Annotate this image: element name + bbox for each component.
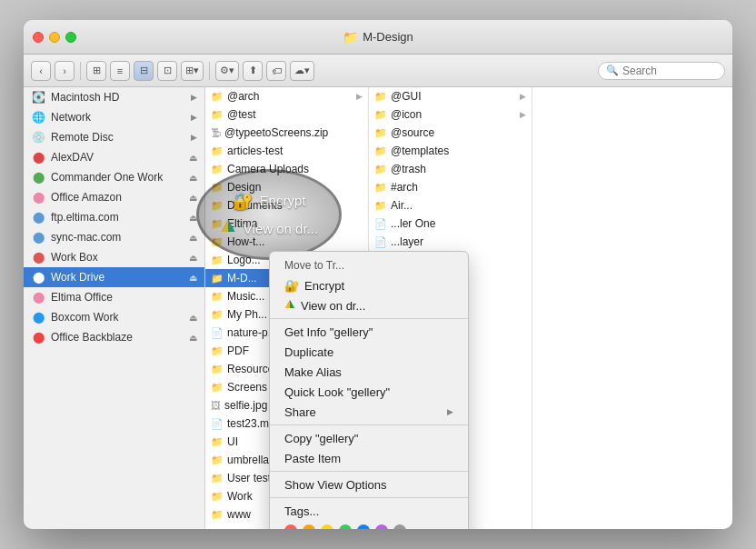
close-button[interactable] [33,32,44,43]
tag-dot-red[interactable] [284,524,297,529]
move-to-trash-label: Move to Tr... [284,259,344,272]
context-menu-overlay: 🔐 Encrypt View on dr... Move to Tr... 🔐 [24,87,732,529]
tag-dot-gray[interactable] [393,524,406,529]
title-text: M-Design [363,30,413,44]
ctx-view-on-drive[interactable]: View on dr... [270,295,468,315]
ctx-encrypt-label: Encrypt [304,279,344,293]
tag-dot-yellow[interactable] [321,524,333,529]
ctx-sep-3 [270,471,468,472]
window-title: 📁 M-Design [343,30,413,45]
action-button[interactable]: ⚙▾ [215,61,239,81]
ctx-quick-look-label: Quick Look "gellery" [284,385,390,399]
ctx-sep-2 [270,424,468,425]
svg-marker-2 [221,219,228,232]
view-gallery-button[interactable]: ⊡ [157,61,177,81]
ctx-share-label: Share [284,405,316,419]
drive-icon [220,218,236,239]
magnifier-bubble: 🔐 Encrypt View on dr... [196,169,342,260]
ctx-quick-look[interactable]: Quick Look "gellery" [270,382,468,402]
toolbar-separator-2 [209,62,210,80]
ctx-view-drive-label: View on dr... [301,299,365,313]
ctx-show-view-options[interactable]: Show View Options [270,474,468,494]
search-box: 🔍 [598,62,725,80]
view-list-button[interactable]: ≡ [110,61,130,81]
view-columns-button[interactable]: ⊟ [134,61,154,81]
magnifier-encrypt-label: Encrypt [260,193,306,208]
traffic-lights [33,32,76,43]
ctx-make-alias[interactable]: Make Alias [270,362,468,382]
cloud-button[interactable]: ☁▾ [290,61,314,81]
magnifier-view-drive: View on dr... [220,218,318,239]
forward-button[interactable]: › [55,61,75,81]
ctx-copy-label: Copy "gellery" [284,432,359,445]
share-button[interactable]: ⬆ [243,61,263,81]
svg-marker-1 [228,219,235,232]
ctx-copy[interactable]: Copy "gellery" [270,428,468,448]
search-input[interactable] [622,65,717,77]
svg-marker-5 [285,300,290,308]
content-area: 💽 Macintosh HD ▶ 🌐 Network ▶ 💿 Remote Di… [24,87,732,529]
ctx-duplicate-label: Duplicate [284,345,333,359]
ctx-tag-colors [270,521,468,529]
svg-marker-4 [290,300,294,308]
minimize-button[interactable] [49,32,60,43]
ctx-tags-label: Tags... [284,504,319,518]
ctx-get-info[interactable]: Get Info "gellery" [270,322,468,342]
view-icons-button[interactable]: ⊞ [86,61,106,81]
tag-dot-green[interactable] [339,524,352,529]
finder-window: 📁 M-Design ‹ › ⊞ ≡ ⊟ ⊡ ⊞▾ ⚙▾ ⬆ 🏷 ☁▾ 🔍 💽 … [24,20,732,529]
toolbar: ‹ › ⊞ ≡ ⊟ ⊡ ⊞▾ ⚙▾ ⬆ 🏷 ☁▾ 🔍 [24,55,732,87]
ctx-paste[interactable]: Paste Item [270,448,468,468]
ctx-duplicate[interactable]: Duplicate [270,342,468,362]
tag-dot-purple[interactable] [375,524,388,529]
ctx-share[interactable]: Share ▶ [270,402,468,422]
ctx-paste-label: Paste Item [284,452,341,465]
titlebar: 📁 M-Design [24,20,732,55]
context-menu: Move to Tr... 🔐 Encrypt View on dr... Ge… [269,251,469,529]
ctx-sep-4 [270,497,468,498]
ctx-move-to-trash[interactable]: Move to Tr... [270,255,468,275]
ctx-encrypt[interactable]: 🔐 Encrypt [270,275,468,295]
search-icon: 🔍 [606,65,619,76]
tag-dot-orange[interactable] [303,524,315,529]
tag-button[interactable]: 🏷 [266,61,286,81]
ctx-drive-icon [284,299,295,313]
ctx-get-info-label: Get Info "gellery" [284,325,373,339]
magnifier-encrypt: 🔐 Encrypt [233,191,306,211]
magnifier-drive-label: View on dr... [244,221,318,236]
ctx-tags[interactable]: Tags... [270,501,468,521]
ctx-show-view-options-label: Show View Options [284,478,387,492]
encrypt-icon: 🔐 [233,191,253,211]
ctx-encrypt-icon: 🔐 [284,279,299,293]
view-more-button[interactable]: ⊞▾ [181,61,204,81]
tag-dot-blue[interactable] [357,524,370,529]
toolbar-separator-1 [80,62,81,80]
ctx-make-alias-label: Make Alias [284,365,342,379]
title-folder-icon: 📁 [343,30,358,45]
back-button[interactable]: ‹ [31,61,51,81]
ctx-share-arrow: ▶ [447,407,453,416]
ctx-sep-1 [270,318,468,319]
maximize-button[interactable] [65,32,76,43]
